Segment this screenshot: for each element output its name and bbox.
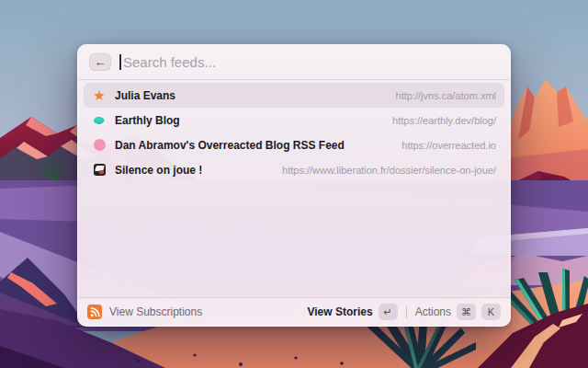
- empty-results-area: [78, 182, 510, 297]
- footer-divider: [406, 306, 407, 318]
- feed-title: Silence on joue !: [115, 164, 202, 177]
- k-key[interactable]: K: [481, 304, 501, 320]
- back-button[interactable]: ←: [89, 53, 111, 71]
- text-caret: [119, 54, 121, 70]
- footer-bar: View Subscriptions View Stories ↵ Action…: [78, 297, 510, 326]
- back-arrow-icon: ←: [95, 56, 107, 68]
- rss-icon: [87, 305, 102, 319]
- actions-button[interactable]: Actions: [415, 305, 451, 318]
- feed-title: Julia Evans: [115, 89, 175, 102]
- feed-title: Earthly Blog: [115, 114, 180, 127]
- return-key[interactable]: ↵: [379, 304, 398, 320]
- view-stories-button[interactable]: View Stories: [307, 305, 372, 318]
- search-bar: ←: [78, 45, 510, 80]
- feed-row[interactable]: ★ Julia Evans http://jvns.ca/atom.xml: [84, 83, 504, 108]
- feed-row[interactable]: Earthly Blog https://earthly.dev/blog/: [84, 108, 504, 132]
- earthly-icon: [92, 114, 107, 127]
- view-subscriptions-label: View Subscriptions: [109, 305, 202, 318]
- feed-url: https://www.liberation.fr/dossier/silenc…: [282, 165, 496, 176]
- star-icon: ★: [92, 88, 107, 102]
- overreacted-icon: [92, 139, 107, 151]
- feed-row[interactable]: Dan Abramov's Overreacted Blog RSS Feed …: [84, 132, 504, 157]
- feed-url: http://jvns.ca/atom.xml: [396, 90, 496, 101]
- feed-title: Dan Abramov's Overreacted Blog RSS Feed: [115, 139, 345, 152]
- feed-url: https://earthly.dev/blog/: [392, 115, 496, 126]
- cmd-key[interactable]: ⌘: [457, 304, 476, 320]
- feed-url: https://overreacted.io: [401, 140, 496, 151]
- search-input[interactable]: [123, 54, 499, 70]
- liberation-icon: [92, 164, 107, 176]
- feed-search-window: ← ★ Julia Evans http://jvns.ca/atom.xml …: [77, 44, 511, 327]
- feed-list: ★ Julia Evans http://jvns.ca/atom.xml Ea…: [78, 80, 510, 182]
- feed-row[interactable]: Silence on joue ! https://www.liberation…: [84, 157, 504, 182]
